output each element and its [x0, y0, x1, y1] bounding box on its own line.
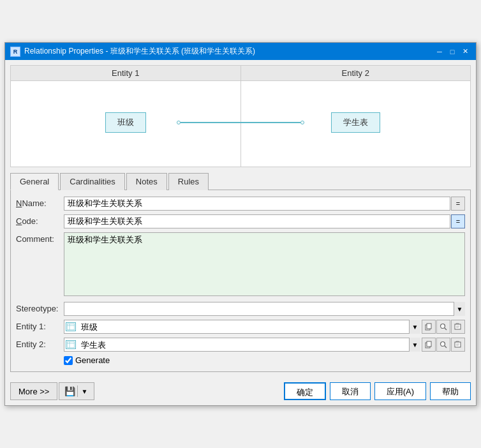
- apply-button[interactable]: 应用(A): [374, 382, 426, 400]
- code-btn[interactable]: =: [451, 214, 465, 228]
- comment-textarea[interactable]: 班级和学生关联关系: [64, 232, 465, 296]
- entity1-box: 班级: [105, 112, 146, 133]
- entity2-search-btn[interactable]: [436, 338, 450, 352]
- svg-point-15: [441, 342, 445, 347]
- entity2-select-wrapper: 学生表 ▼: [64, 338, 420, 352]
- entity1-select[interactable]: 班级: [64, 320, 420, 334]
- entity1-row: Entity 1: 班级 ▼: [16, 320, 465, 334]
- svg-rect-17: [455, 342, 461, 347]
- name-label: NName:: [16, 197, 64, 208]
- generate-text: Generate: [75, 355, 110, 365]
- svg-rect-7: [455, 324, 461, 329]
- entity1-column: Entity 1 班级: [11, 66, 241, 167]
- comment-row: Comment: 班级和学生关联关系: [16, 232, 465, 298]
- generate-row: Generate: [64, 355, 465, 365]
- cancel-button[interactable]: 取消: [330, 382, 371, 400]
- entity1-action-btns: [422, 320, 465, 334]
- minimize-button[interactable]: ─: [434, 47, 445, 57]
- generate-label[interactable]: Generate: [64, 355, 110, 365]
- stereotype-row: Stereotype: ▼: [16, 302, 465, 316]
- tab-cardinalities-label: Cardinalities: [70, 177, 115, 186]
- stereotype-select-wrapper: ▼: [64, 302, 465, 316]
- entity1-field-label: Entity 1:: [16, 320, 64, 331]
- svg-rect-4: [427, 324, 431, 329]
- code-row: Code: =: [16, 214, 465, 228]
- entity2-select[interactable]: 学生表: [64, 338, 420, 352]
- code-input[interactable]: [64, 214, 450, 228]
- tabs-area: General Cardinalities Notes Rules: [10, 172, 471, 190]
- svg-rect-14: [427, 341, 431, 347]
- more-button[interactable]: More >>: [10, 382, 57, 400]
- form-area: NName: = Code: = Comment: 班级和学生关联关系 Ster…: [10, 190, 471, 372]
- maximize-button[interactable]: □: [447, 47, 458, 57]
- tab-rules-label: Rules: [178, 177, 199, 186]
- tab-notes-label: Notes: [136, 177, 158, 186]
- help-button[interactable]: 帮助: [430, 382, 471, 400]
- window-icon: R: [10, 47, 20, 57]
- entity2-box: 学生表: [331, 112, 380, 133]
- bottom-left: More >> 💾 ▼: [10, 382, 94, 400]
- entity1-header: Entity 1: [11, 66, 241, 81]
- entity2-field-label: Entity 2:: [16, 338, 64, 349]
- titlebar-left: R Relationship Properties - 班级和学生关联关系 (班…: [10, 46, 255, 57]
- entity2-row: Entity 2: 学生表 ▼: [16, 338, 465, 352]
- tab-general[interactable]: General: [10, 173, 59, 190]
- titlebar: R Relationship Properties - 班级和学生关联关系 (班…: [5, 43, 476, 60]
- tab-list: General Cardinalities Notes Rules: [10, 172, 471, 190]
- save-button-group: 💾 ▼: [59, 382, 94, 400]
- tab-rules[interactable]: Rules: [168, 173, 209, 190]
- entity2-open-btn[interactable]: [451, 338, 465, 352]
- bottom-right: 确定 取消 应用(A) 帮助: [284, 382, 471, 400]
- save-dropdown-button[interactable]: ▼: [80, 388, 89, 395]
- tab-notes[interactable]: Notes: [126, 173, 167, 190]
- main-window: R Relationship Properties - 班级和学生关联关系 (班…: [4, 42, 477, 406]
- window-title: Relationship Properties - 班级和学生关联关系 (班级和…: [24, 46, 255, 57]
- name-input[interactable]: [64, 197, 450, 211]
- titlebar-controls: ─ □ ✕: [434, 47, 471, 57]
- svg-point-5: [441, 324, 445, 329]
- entity1-select-wrapper: 班级 ▼: [64, 320, 420, 334]
- svg-line-16: [445, 346, 447, 348]
- entity1-open-btn[interactable]: [451, 320, 465, 334]
- entity1-copy-btn[interactable]: [422, 320, 436, 334]
- tab-cardinalities[interactable]: Cardinalities: [60, 173, 125, 190]
- confirm-button[interactable]: 确定: [284, 382, 326, 400]
- comment-label: Comment:: [16, 232, 64, 244]
- entity2-copy-btn[interactable]: [422, 338, 436, 352]
- bottom-bar: More >> 💾 ▼ 确定 取消 应用(A) 帮助: [5, 377, 476, 405]
- entity1-field-row: 班级 ▼: [64, 320, 465, 334]
- entity1-search-btn[interactable]: [436, 320, 450, 334]
- code-label: Code:: [16, 214, 64, 226]
- tab-general-label: General: [20, 177, 49, 186]
- entity2-column: Entity 2 学生表: [241, 66, 471, 167]
- close-button[interactable]: ✕: [459, 47, 471, 57]
- entity2-header: Entity 2: [241, 66, 471, 81]
- comment-wrapper: 班级和学生关联关系: [64, 232, 465, 298]
- entity2-field-row: 学生表 ▼: [64, 338, 465, 352]
- save-divider: [77, 385, 78, 397]
- save-icon-button[interactable]: 💾: [64, 386, 75, 396]
- svg-line-6: [445, 328, 447, 330]
- stereotype-select[interactable]: [64, 302, 465, 316]
- name-row: NName: =: [16, 197, 465, 211]
- diagram-area: Entity 1 班级 Entity 2 学生表: [10, 65, 471, 167]
- name-btn[interactable]: =: [451, 197, 465, 211]
- generate-checkbox[interactable]: [64, 356, 73, 365]
- entity2-action-btns: [422, 338, 465, 352]
- stereotype-label: Stereotype:: [16, 302, 64, 313]
